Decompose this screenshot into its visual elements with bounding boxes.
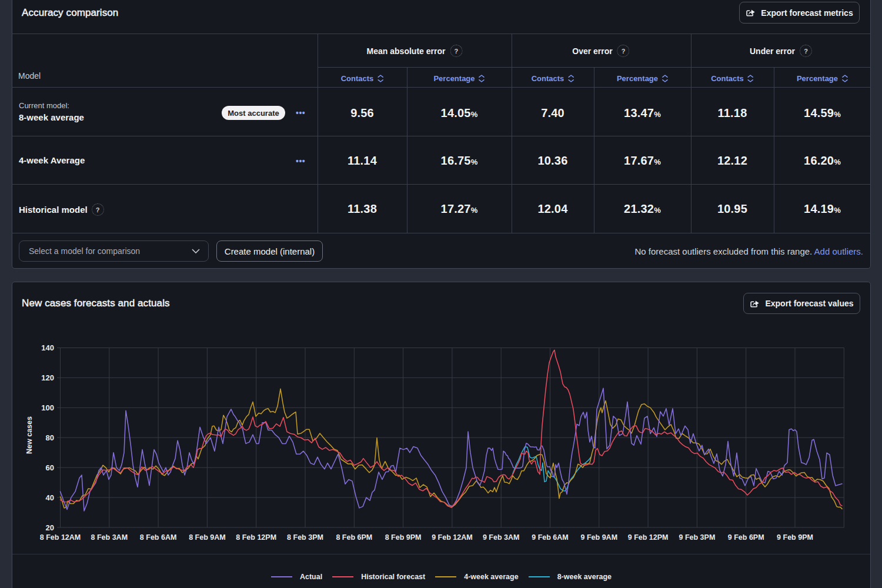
svg-text:9 Feb 9AM: 9 Feb 9AM — [581, 533, 618, 542]
svg-text:9 Feb 6AM: 9 Feb 6AM — [532, 533, 569, 542]
svg-text:60: 60 — [46, 463, 54, 472]
svg-text:New cases: New cases — [25, 416, 34, 454]
svg-text:8 Feb 6AM: 8 Feb 6AM — [140, 533, 177, 542]
svg-text:8 Feb 9PM: 8 Feb 9PM — [385, 533, 422, 542]
svg-text:8 Feb 12PM: 8 Feb 12PM — [236, 533, 276, 542]
svg-text:80: 80 — [46, 433, 54, 442]
svg-text:8 Feb 9AM: 8 Feb 9AM — [189, 533, 226, 542]
svg-text:8 Feb 3PM: 8 Feb 3PM — [287, 533, 323, 542]
svg-text:9 Feb 3AM: 9 Feb 3AM — [483, 533, 520, 542]
svg-text:100: 100 — [41, 403, 54, 412]
svg-text:140: 140 — [41, 343, 54, 352]
svg-text:9 Feb 12AM: 9 Feb 12AM — [432, 533, 472, 542]
svg-text:40: 40 — [46, 493, 54, 502]
svg-text:9 Feb 12PM: 9 Feb 12PM — [628, 533, 669, 542]
svg-text:20: 20 — [46, 523, 54, 532]
svg-text:8 Feb 12AM: 8 Feb 12AM — [40, 533, 81, 542]
svg-text:120: 120 — [41, 373, 54, 382]
svg-text:9 Feb 6PM: 9 Feb 6PM — [728, 533, 764, 542]
svg-text:8 Feb 3AM: 8 Feb 3AM — [91, 533, 128, 542]
svg-text:9 Feb 3PM: 9 Feb 3PM — [679, 533, 715, 542]
svg-text:9 Feb 9PM: 9 Feb 9PM — [777, 533, 813, 542]
svg-text:8 Feb 6PM: 8 Feb 6PM — [336, 533, 372, 542]
